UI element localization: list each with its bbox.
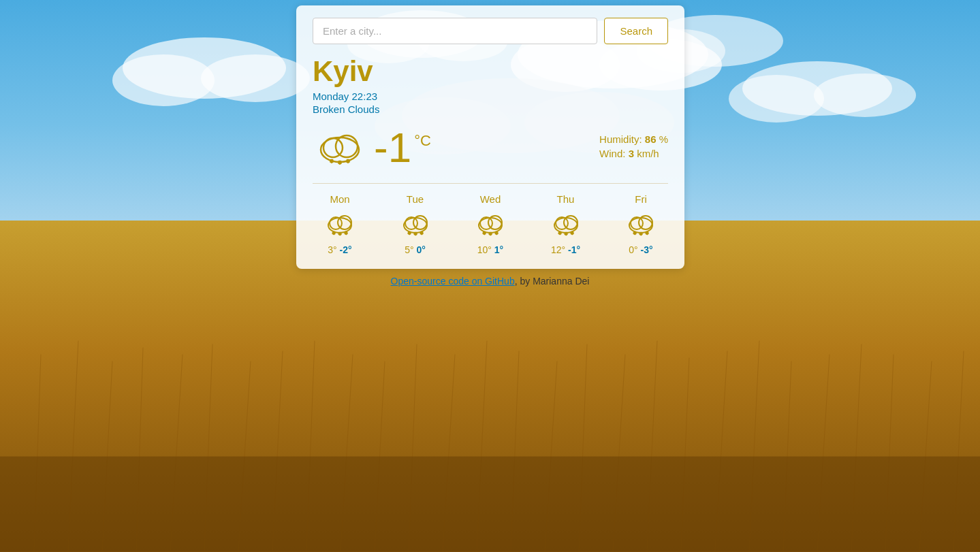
forecast-temps: 10° 1° — [477, 244, 503, 255]
svg-point-72 — [554, 218, 578, 233]
forecast-high: 12° — [551, 244, 565, 255]
forecast-day-label: Thu — [557, 193, 575, 205]
forecast-day-wed: Wed * * * 10° 1° — [463, 193, 518, 255]
svg-point-5 — [729, 75, 824, 123]
forecast-low: 1° — [494, 244, 503, 255]
forecast-day-tue: Tue * * * 5° 0° — [388, 193, 443, 255]
weather-stats: Humidity: 86 % Wind: 3 km/h — [599, 133, 668, 162]
svg-text:*: * — [558, 231, 560, 236]
current-weather-icon: * * * — [313, 126, 367, 169]
forecast-temps: 3° -2° — [328, 244, 351, 255]
forecast-icon: * * * — [323, 209, 357, 240]
forecast-row: Mon * * * 3° -2° Tue — [313, 183, 668, 255]
humidity-stat: Humidity: 86 % — [599, 133, 668, 145]
svg-rect-47 — [0, 457, 980, 552]
forecast-day-label: Wed — [480, 193, 501, 205]
forecast-temps: 5° 0° — [405, 244, 426, 255]
forecast-temps: 12° -1° — [551, 244, 580, 255]
forecast-temps: 0° -3° — [629, 244, 652, 255]
svg-point-66 — [479, 218, 502, 233]
svg-text:*: * — [347, 159, 349, 165]
forecast-low: -1° — [568, 244, 580, 255]
svg-text:*: * — [571, 231, 573, 236]
datetime-display: Monday 22:23 — [313, 91, 668, 102]
author-credit: , by Marianna Dei — [515, 276, 590, 287]
svg-text:*: * — [646, 231, 648, 236]
forecast-day-label: Mon — [330, 193, 349, 205]
svg-point-78 — [629, 218, 652, 233]
svg-text:*: * — [484, 231, 486, 236]
forecast-low: 0° — [416, 244, 425, 255]
wind-stat: Wind: 3 km/h — [599, 148, 668, 159]
forecast-icon: * * * — [624, 209, 658, 240]
forecast-icon: * * * — [398, 209, 432, 240]
forecast-low: -3° — [641, 244, 653, 255]
forecast-high: 0° — [629, 244, 637, 255]
search-button[interactable]: Search — [604, 18, 668, 44]
search-row: Search — [313, 18, 668, 44]
svg-point-54 — [328, 218, 351, 233]
current-weather-row: * * * -1 °C Humidity: 86 % Wind: 3 km/h — [313, 126, 668, 169]
svg-point-9 — [201, 54, 310, 102]
svg-text:*: * — [496, 231, 498, 236]
forecast-icon: * * * — [549, 209, 583, 240]
weather-card: Search Kyiv Monday 22:23 Broken Clouds *… — [296, 5, 684, 269]
forecast-low: -2° — [340, 244, 352, 255]
forecast-day-fri: Fri * * * 0° -3° — [614, 193, 668, 255]
svg-text:*: * — [338, 160, 341, 167]
temperature-display: -1 °C — [374, 127, 431, 169]
svg-text:*: * — [333, 231, 335, 236]
svg-point-6 — [814, 74, 916, 117]
svg-text:*: * — [414, 232, 416, 237]
svg-point-60 — [404, 218, 427, 233]
temperature-value: -1 — [374, 127, 411, 169]
svg-text:*: * — [345, 231, 347, 236]
svg-text:*: * — [490, 232, 492, 237]
svg-text:*: * — [420, 231, 422, 236]
city-search-input[interactable] — [313, 18, 597, 44]
footer: Open-source code on GitHub, by Marianna … — [0, 276, 980, 287]
forecast-day-mon: Mon * * * 3° -2° — [313, 193, 367, 255]
github-link[interactable]: Open-source code on GitHub — [391, 276, 515, 287]
svg-text:*: * — [330, 159, 333, 165]
forecast-day-label: Fri — [635, 193, 647, 205]
svg-text:*: * — [640, 232, 642, 237]
forecast-day-thu: Thu * * * 12° -1° — [539, 193, 593, 255]
forecast-high: 3° — [328, 244, 336, 255]
forecast-icon: * * * — [473, 209, 507, 240]
city-name: Kyiv — [313, 55, 668, 88]
wheat-field — [0, 221, 980, 552]
svg-text:*: * — [339, 232, 341, 237]
forecast-high: 10° — [477, 244, 492, 255]
forecast-high: 5° — [405, 244, 413, 255]
weather-condition: Broken Clouds — [313, 103, 668, 115]
svg-text:*: * — [565, 232, 567, 237]
svg-text:*: * — [634, 231, 636, 236]
forecast-day-label: Tue — [407, 193, 424, 205]
svg-point-8 — [112, 54, 215, 106]
temperature-unit: °C — [414, 132, 431, 150]
svg-text:*: * — [408, 231, 410, 236]
